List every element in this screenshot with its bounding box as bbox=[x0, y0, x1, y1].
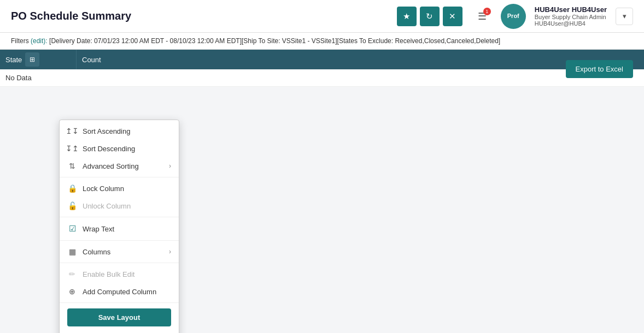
avatar: Prof bbox=[501, 4, 526, 29]
user-email: HUB4User@HUB4 bbox=[535, 20, 607, 27]
menu-item-unlock-column: 🔓 Unlock Column bbox=[60, 197, 179, 215]
filters-text: [Delivery Date: 07/01/23 12:00 AM EDT - … bbox=[49, 37, 500, 45]
menu-unlock-column-label: Unlock Column bbox=[83, 202, 131, 210]
user-info: HUB4User HUB4User Buyer Supply Chain Adm… bbox=[535, 5, 607, 27]
lock-icon: 🔒 bbox=[67, 184, 77, 193]
menu-item-lock-column[interactable]: 🔒 Lock Column bbox=[60, 180, 179, 197]
user-name: HUB4User HUB4User bbox=[535, 5, 607, 14]
column-header-state: State ⊞ bbox=[0, 50, 77, 69]
menu-divider-1 bbox=[60, 177, 179, 177]
star-icon: ★ bbox=[403, 11, 410, 21]
table-header: State ⊞ Count bbox=[0, 50, 644, 69]
export-to-excel-button[interactable]: Export to Excel bbox=[566, 60, 633, 78]
sort-descending-icon: ↧↥ bbox=[67, 144, 77, 153]
avatar-text: Prof bbox=[507, 13, 519, 19]
filters-edit-link[interactable]: (edit): bbox=[31, 37, 48, 45]
columns-icon: ▦ bbox=[67, 247, 77, 256]
menu-item-add-computed-column[interactable]: ⊕ Add Computed Column bbox=[60, 283, 179, 300]
column-count-label: Count bbox=[82, 56, 101, 64]
app-header: PO Schedule Summary ★ ↻ ✕ ☰ 1 Prof HUB4U… bbox=[0, 0, 644, 33]
menu-divider-4 bbox=[60, 263, 179, 263]
reset-to-default-button[interactable]: Reset to Default bbox=[60, 330, 179, 333]
column-header-count: Count bbox=[77, 50, 644, 69]
menu-sort-ascending-label: Sort Ascending bbox=[83, 127, 130, 135]
filters-label: Filters bbox=[11, 37, 29, 45]
bulk-edit-icon: ✏ bbox=[67, 270, 77, 278]
menu-divider-5 bbox=[60, 302, 179, 303]
header-icons: ★ ↻ ✕ ☰ 1 Prof HUB4User HUB4User Buyer S… bbox=[397, 4, 633, 29]
menu-button[interactable]: ☰ 1 bbox=[472, 7, 492, 26]
column-state-label: State bbox=[5, 56, 22, 64]
user-dropdown-button[interactable]: ▾ bbox=[616, 8, 633, 25]
user-role: Buyer Supply Chain Admin bbox=[535, 14, 607, 20]
add-column-icon: ⊕ bbox=[67, 287, 77, 296]
filters-bar: Filters (edit): [Delivery Date: 07/01/23… bbox=[0, 33, 644, 50]
no-data-row: No Data bbox=[0, 69, 644, 87]
chevron-right-icon: › bbox=[169, 162, 171, 170]
no-data-text: No Data bbox=[5, 74, 32, 82]
menu-item-wrap-text[interactable]: ☑ Wrap Text bbox=[60, 219, 179, 238]
menu-divider-3 bbox=[60, 240, 179, 241]
star-button[interactable]: ★ bbox=[397, 7, 417, 26]
advanced-sorting-icon: ⇅ bbox=[67, 162, 77, 170]
close-icon: ✕ bbox=[449, 11, 456, 21]
chevron-right-columns-icon: › bbox=[169, 248, 171, 255]
column-settings-button[interactable]: ⊞ bbox=[25, 52, 39, 67]
menu-sort-descending-label: Sort Descending bbox=[83, 145, 135, 153]
sort-ascending-icon: ↥↧ bbox=[67, 127, 77, 135]
menu-advanced-sorting-label: Advanced Sorting bbox=[83, 162, 139, 170]
menu-lock-column-label: Lock Column bbox=[83, 185, 124, 193]
chevron-down-icon: ▾ bbox=[623, 12, 627, 20]
menu-item-advanced-sorting[interactable]: ⇅ Advanced Sorting › bbox=[60, 157, 179, 175]
page-title: PO Schedule Summary bbox=[11, 10, 397, 22]
notification-badge: 1 bbox=[483, 8, 491, 15]
menu-item-enable-bulk-edit: ✏ Enable Bulk Edit bbox=[60, 265, 179, 283]
refresh-button[interactable]: ↻ bbox=[420, 7, 440, 26]
menu-item-columns[interactable]: ▦ Columns › bbox=[60, 243, 179, 260]
save-layout-button[interactable]: Save Layout bbox=[67, 308, 171, 326]
wrap-text-check-icon: ☑ bbox=[67, 224, 77, 234]
menu-item-sort-descending[interactable]: ↧↥ Sort Descending bbox=[60, 140, 179, 157]
main-content: State ⊞ Count No Data ↥↧ Sort Ascending … bbox=[0, 50, 644, 87]
settings-icon: ⊞ bbox=[30, 56, 35, 63]
refresh-icon: ↻ bbox=[426, 11, 433, 21]
context-menu: ↥↧ Sort Ascending ↧↥ Sort Descending ⇅ A… bbox=[59, 120, 179, 333]
menu-wrap-text-label: Wrap Text bbox=[83, 225, 114, 233]
unlock-icon: 🔓 bbox=[67, 201, 77, 210]
menu-add-computed-column-label: Add Computed Column bbox=[83, 288, 156, 296]
menu-columns-label: Columns bbox=[83, 248, 110, 256]
menu-enable-bulk-edit-label: Enable Bulk Edit bbox=[83, 270, 134, 278]
close-button[interactable]: ✕ bbox=[443, 7, 462, 26]
menu-divider-2 bbox=[60, 217, 179, 217]
menu-item-sort-ascending[interactable]: ↥↧ Sort Ascending bbox=[60, 122, 179, 140]
